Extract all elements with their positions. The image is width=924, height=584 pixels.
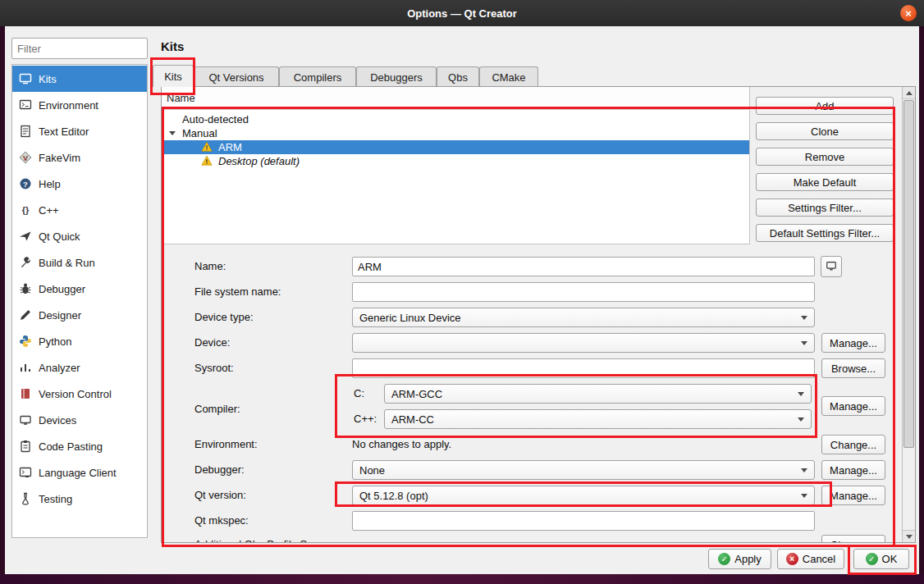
device-dropdown[interactable]: [352, 333, 815, 353]
cancel-button[interactable]: × Cancel: [777, 549, 844, 569]
tab-cmake[interactable]: CMake: [479, 66, 538, 87]
tree-item-auto-detected[interactable]: Auto-detected: [162, 112, 749, 126]
sidebar-item-python[interactable]: Python: [12, 328, 147, 354]
sidebar-item-fakevim[interactable]: V FakeVim: [12, 144, 147, 171]
expand-arrow-icon[interactable]: [169, 131, 176, 135]
warning-icon: [201, 155, 213, 167]
sidebar-item-code-pasting[interactable]: Code Pasting: [12, 433, 147, 459]
tab-kits[interactable]: Kits: [153, 65, 194, 87]
button-label: Manage...: [830, 400, 877, 413]
qt-version-dropdown[interactable]: Qt 5.12.8 (opt): [352, 486, 815, 505]
sidebar-item-testing[interactable]: Testing: [12, 486, 147, 512]
sidebar-item-kits[interactable]: Kits: [12, 66, 147, 92]
sidebar-item-devices[interactable]: Devices: [12, 407, 147, 433]
sidebar-item-label: Build & Run: [39, 257, 95, 269]
sidebar-item-cpp[interactable]: {} C++: [12, 197, 147, 223]
language-client-icon: [19, 466, 32, 479]
debugger-icon: [19, 282, 32, 295]
device-type-dropdown[interactable]: Generic Linux Device: [352, 308, 815, 327]
debugger-dropdown[interactable]: None: [352, 460, 815, 480]
tree-item-arm[interactable]: ARM: [162, 140, 749, 154]
tab-compilers[interactable]: Compilers: [279, 66, 356, 87]
sidebar-item-analyzer[interactable]: Analyzer: [12, 354, 147, 381]
scrollbar-thumb[interactable]: [903, 100, 914, 448]
chevron-down-icon: [801, 468, 807, 472]
sidebar-item-build-run[interactable]: Build & Run: [12, 249, 147, 276]
sidebar-item-label: Language Client: [39, 467, 117, 479]
tree-header-name[interactable]: Name: [162, 87, 749, 110]
additional-qbs-change-button[interactable]: Change...: [821, 535, 885, 543]
check-icon: ✓: [866, 553, 878, 565]
compiler-cxx-value: ARM-CC: [391, 413, 434, 426]
ok-button[interactable]: ✓ OK: [853, 549, 909, 569]
apply-button[interactable]: ✓ Apply: [708, 549, 771, 569]
add-button[interactable]: Add: [756, 97, 894, 115]
sidebar-item-debugger[interactable]: Debugger: [12, 276, 147, 302]
button-label: Browse...: [831, 363, 876, 375]
sidebar-item-qt-quick[interactable]: Qt Quick: [12, 223, 147, 249]
name-input[interactable]: [352, 257, 815, 276]
tab-debuggers[interactable]: Debuggers: [356, 66, 437, 87]
environment-change-button[interactable]: Change...: [821, 435, 885, 454]
environment-icon: [19, 98, 32, 112]
qt-version-value: Qt 5.12.8 (opt): [359, 490, 428, 502]
sidebar-item-help[interactable]: ? Help: [12, 171, 147, 197]
sidebar-item-label: Devices: [39, 414, 76, 427]
tree-item-label: Desktop (default): [218, 155, 300, 167]
tree-item-manual[interactable]: Manual: [162, 126, 749, 140]
remove-button[interactable]: Remove: [756, 148, 894, 166]
qt-version-manage-button[interactable]: Manage...: [821, 486, 885, 505]
tree-item-desktop-default[interactable]: Desktop (default): [162, 154, 749, 168]
chevron-down-icon: [801, 316, 807, 320]
filter-input[interactable]: [11, 38, 148, 59]
sidebar-item-label: Testing: [39, 493, 72, 505]
sidebar-item-environment[interactable]: Environment: [12, 92, 147, 118]
tab-qt-versions[interactable]: Qt Versions: [194, 66, 279, 87]
sidebar-item-label: Qt Quick: [39, 230, 80, 243]
compiler-cxx-dropdown[interactable]: ARM-CC: [384, 409, 812, 429]
scroll-down-icon[interactable]: [903, 530, 915, 542]
python-icon: [19, 335, 32, 348]
button-label: Change...: [830, 439, 876, 451]
button-label: Default Settings Filter...: [770, 227, 880, 240]
settings-filter-button[interactable]: Settings Filter...: [756, 198, 894, 217]
sidebar-item-label: Python: [39, 335, 71, 348]
sidebar-item-version-control[interactable]: Version Control: [12, 381, 147, 407]
compiler-c-label: C:: [354, 387, 364, 399]
file-system-name-label: File system name:: [194, 285, 281, 298]
compiler-manage-button[interactable]: Manage...: [821, 396, 885, 416]
default-settings-filter-button[interactable]: Default Settings Filter...: [756, 224, 894, 242]
kits-icon: [19, 72, 32, 85]
device-label: Device:: [194, 336, 230, 349]
sidebar-item-text-editor[interactable]: Text Editor: [12, 118, 147, 144]
text-editor-icon: [19, 125, 32, 138]
apply-button-label: Apply: [734, 553, 762, 565]
debugger-manage-button[interactable]: Manage...: [821, 460, 885, 480]
variable-chooser-button[interactable]: [821, 256, 842, 277]
scroll-up-icon[interactable]: [903, 87, 915, 99]
vertical-scrollbar[interactable]: [902, 87, 915, 542]
tree-item-label: Manual: [182, 127, 217, 139]
sysroot-input[interactable]: [352, 358, 815, 378]
compiler-c-value: ARM-GCC: [391, 388, 442, 400]
file-system-name-input[interactable]: [352, 282, 815, 302]
compiler-label: Compiler:: [194, 403, 240, 415]
compiler-c-dropdown[interactable]: ARM-GCC: [384, 384, 812, 404]
sidebar-item-designer[interactable]: Designer: [12, 302, 147, 328]
tab-qbs[interactable]: Qbs: [437, 66, 479, 87]
tab-label: Kits: [164, 71, 182, 83]
button-label: Make Default: [794, 176, 857, 189]
tab-label: Qt Versions: [208, 71, 263, 84]
sidebar-item-label: C++: [39, 204, 59, 217]
device-manage-button[interactable]: Manage...: [821, 333, 885, 353]
sysroot-label: Sysroot:: [194, 362, 234, 374]
sysroot-browse-button[interactable]: Browse...: [821, 358, 885, 378]
make-default-button[interactable]: Make Default: [756, 173, 894, 191]
close-icon[interactable]: ×: [900, 5, 917, 21]
sidebar-item-language-client[interactable]: Language Client: [12, 459, 147, 486]
tree-item-label: ARM: [218, 141, 242, 153]
qt-version-label: Qt version:: [194, 489, 246, 501]
clone-button[interactable]: Clone: [756, 122, 894, 140]
ok-button-label: OK: [882, 553, 898, 565]
qt-mkspec-input[interactable]: [352, 511, 815, 531]
